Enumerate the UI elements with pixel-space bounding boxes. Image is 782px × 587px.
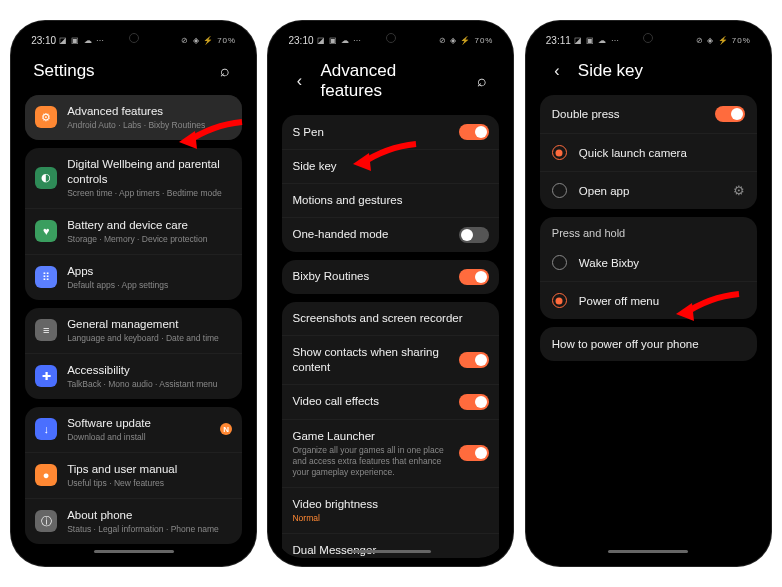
general-icon: ≡ [35,319,57,341]
item-video-brightness[interactable]: Video brightness Normal [282,488,499,534]
update-icon: ↓ [35,418,57,440]
item-s-pen[interactable]: S Pen [282,115,499,150]
nav-handle[interactable] [608,550,688,553]
toggle-bixby[interactable] [459,269,489,285]
toggle-game-launcher[interactable] [459,445,489,461]
item-one-handed[interactable]: One-handed mode [282,218,499,252]
toggle-video-call[interactable] [459,394,489,410]
item-game-launcher[interactable]: Game Launcher Organize all your games al… [282,420,499,488]
tips-icon: ● [35,464,57,486]
phone-settings: 23:10 ◪ ▣ ☁ ⋯ ⊘ ◈ ⚡ 70% Settings ⌕ ⚙ Adv… [11,21,256,566]
about-icon: ⓘ [35,510,57,532]
settings-list[interactable]: ⚙ Advanced features Android Auto · Labs … [19,95,248,558]
status-time: 23:10 [288,35,313,46]
item-how-to-power-off[interactable]: How to power off your phone [540,327,757,361]
radio-icon[interactable] [552,255,567,270]
item-motions-gestures[interactable]: Motions and gestures [282,184,499,218]
header: Settings ⌕ [19,49,248,95]
gear-icon[interactable]: ⚙ [733,183,745,198]
wellbeing-icon: ◐ [35,167,57,189]
apps-icon: ⠿ [35,266,57,288]
nav-handle[interactable] [351,550,431,553]
item-accessibility[interactable]: ✚ Accessibility TalkBack · Mono audio · … [25,354,242,399]
toggle-s-pen[interactable] [459,124,489,140]
status-left-icons: ◪ ▣ ☁ ⋯ [317,36,363,45]
item-apps[interactable]: ⠿ Apps Default apps · App settings [25,255,242,300]
phone-advanced-features: 23:10 ◪ ▣ ☁ ⋯ ⊘ ◈ ⚡ 70% ‹ Advanced featu… [268,21,513,566]
radio-icon[interactable] [552,293,567,308]
item-general-management[interactable]: ≡ General management Language and keyboa… [25,308,242,354]
search-icon[interactable]: ⌕ [216,62,234,80]
toggle-show-contacts[interactable] [459,352,489,368]
notification-badge: N [220,423,232,435]
item-side-key[interactable]: Side key [282,150,499,184]
item-tips[interactable]: ● Tips and user manual Useful tips · New… [25,453,242,499]
radio-icon[interactable] [552,183,567,198]
battery-icon: ♥ [35,220,57,242]
advanced-list[interactable]: S Pen Side key Motions and gestures One-… [276,115,505,558]
status-right-icons: ⊘ ◈ ⚡ 70% [439,36,494,45]
item-dual-messenger[interactable]: Dual Messenger [282,534,499,558]
back-icon[interactable]: ‹ [290,72,308,90]
item-video-call-effects[interactable]: Video call effects [282,385,499,420]
nav-handle[interactable] [94,550,174,553]
page-title: Settings [33,61,204,81]
option-open-app[interactable]: Open app ⚙ [540,172,757,209]
status-right-icons: ⊘ ◈ ⚡ 70% [181,36,236,45]
item-show-contacts[interactable]: Show contacts when sharing content [282,336,499,385]
accessibility-icon: ✚ [35,365,57,387]
section-press-hold: Press and hold [540,217,757,244]
page-title: Side key [578,61,749,81]
item-digital-wellbeing[interactable]: ◐ Digital Wellbeing and parental control… [25,148,242,209]
option-power-off-menu[interactable]: Power off menu [540,282,757,319]
header: ‹ Advanced features ⌕ [276,49,505,115]
status-left-icons: ◪ ▣ ☁ ⋯ [574,36,620,45]
search-icon[interactable]: ⌕ [473,72,491,90]
item-screenshots[interactable]: Screenshots and screen recorder [282,302,499,336]
back-icon[interactable]: ‹ [548,62,566,80]
item-software-update[interactable]: ↓ Software update Download and install N [25,407,242,453]
status-time: 23:10 [31,35,56,46]
status-left-icons: ◪ ▣ ☁ ⋯ [59,36,105,45]
phone-side-key: 23:11 ◪ ▣ ☁ ⋯ ⊘ ◈ ⚡ 70% ‹ Side key Doubl… [526,21,771,566]
camera-notch [129,33,139,43]
item-battery-care[interactable]: ♥ Battery and device care Storage · Memo… [25,209,242,255]
status-time: 23:11 [546,35,571,46]
option-wake-bixby[interactable]: Wake Bixby [540,244,757,282]
side-key-settings: Double press Quick launch camera Open ap… [534,95,763,558]
camera-notch [386,33,396,43]
status-right-icons: ⊘ ◈ ⚡ 70% [696,36,751,45]
page-title: Advanced features [320,61,461,101]
item-bixby-routines[interactable]: Bixby Routines [282,260,499,294]
item-advanced-features[interactable]: ⚙ Advanced features Android Auto · Labs … [25,95,242,140]
radio-icon[interactable] [552,145,567,160]
section-double-press: Double press [540,95,757,134]
toggle-double-press[interactable] [715,106,745,122]
header: ‹ Side key [534,49,763,95]
camera-notch [643,33,653,43]
toggle-one-handed[interactable] [459,227,489,243]
gear-icon: ⚙ [35,106,57,128]
option-quick-launch-camera[interactable]: Quick launch camera [540,134,757,172]
item-about-phone[interactable]: ⓘ About phone Status · Legal information… [25,499,242,544]
